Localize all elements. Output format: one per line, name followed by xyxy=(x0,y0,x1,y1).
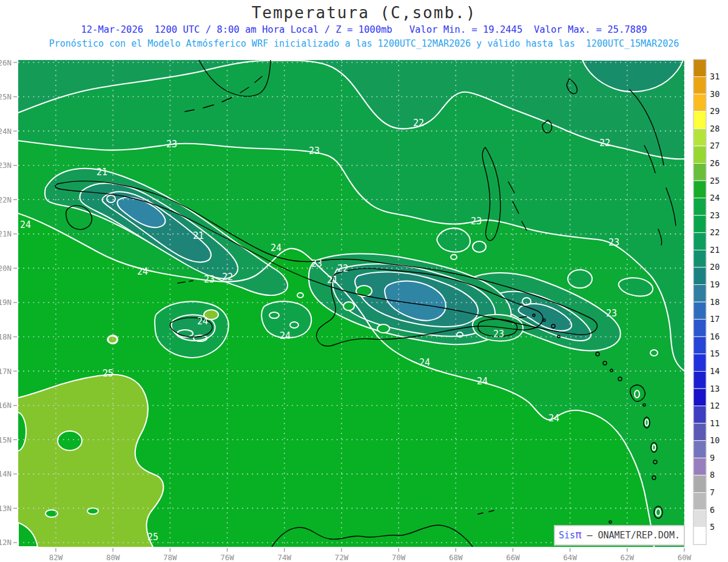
lat-tick-label: 16N xyxy=(0,401,12,410)
colorbar-tick-label: 10 xyxy=(710,435,720,445)
atlantic-pocket xyxy=(437,228,470,252)
colorbar-tick-label: 6 xyxy=(710,505,715,515)
colorbar-tick-label: 9 xyxy=(710,453,715,463)
lon-tick-label: 78W xyxy=(163,553,177,562)
contour-value-label: 23 xyxy=(608,237,619,248)
lat-tick-label: 15N xyxy=(0,435,12,444)
colorbar-tick-label: 5 xyxy=(710,522,715,532)
lon-tick-label: 64W xyxy=(563,553,577,562)
colorbar-segment xyxy=(693,458,706,475)
colorbar-tick-label: 15 xyxy=(710,349,720,358)
colorbar-tick-label: 30 xyxy=(710,89,720,99)
lat-tick-label: 18N xyxy=(0,332,12,341)
page-title: Temperatura (C,somb.) xyxy=(0,4,728,22)
contour-value-label: 21 xyxy=(327,275,338,286)
colorbar-segment xyxy=(693,285,706,303)
colorbar-tick-label: 27 xyxy=(710,141,720,150)
colorbar-segment xyxy=(693,215,706,233)
colorbar-tick-label: 25 xyxy=(710,176,720,186)
contour-value-label: 22 xyxy=(413,118,424,129)
lat-tick-label: 14N xyxy=(0,469,12,478)
map-plot-area: 2525242424242424242423232323232323232222… xyxy=(8,60,684,547)
contour-value-label: 24 xyxy=(419,357,430,368)
lat-tick-label: 19N xyxy=(0,298,12,307)
colorbar-tick-label: 7 xyxy=(710,487,715,497)
colorbar-tick-label: 8 xyxy=(710,470,715,480)
colorbar-segment xyxy=(693,354,706,372)
lon-tick-label: 74W xyxy=(277,553,291,562)
colorbar-segment xyxy=(693,371,706,389)
hispaniola-warm-spot xyxy=(356,286,372,296)
colorbar-segment xyxy=(693,112,706,129)
colorbar-tick-label: 18 xyxy=(710,297,720,307)
lat-tick-label: 26N xyxy=(0,58,12,67)
atlantic-pocket xyxy=(568,270,592,288)
colorbar-segment xyxy=(693,181,706,198)
hispaniola-warm-spot xyxy=(343,302,354,310)
lat-tick-label: 22N xyxy=(0,195,12,204)
colorbar-segment xyxy=(693,527,706,545)
lat-tick-label: 24N xyxy=(0,127,12,136)
colorbar-segment xyxy=(693,267,706,285)
contour-value-label: 24 xyxy=(271,243,281,253)
colorbar-segment xyxy=(693,336,706,354)
colorbar-tick-label: 17 xyxy=(710,314,720,324)
zone25-edge-notch xyxy=(8,412,26,451)
colorbar-segment xyxy=(693,389,706,406)
colorbar-tick-label: 21 xyxy=(710,245,720,255)
contour-value-label: 24 xyxy=(137,266,148,277)
colorbar-tick-label: 31 xyxy=(710,72,720,81)
lat-tick-label: 25N xyxy=(0,92,12,101)
colorbar-tick-label: 26 xyxy=(710,158,720,168)
contour-value-label: 23 xyxy=(311,258,322,269)
pi-logo-icon: π xyxy=(575,529,581,541)
colorbar-segment xyxy=(693,406,706,424)
sis-logo-text: Sis xyxy=(559,530,575,541)
lat-tick-label: 13N xyxy=(0,504,12,513)
contour-value-label: 24 xyxy=(197,316,208,327)
lat-tick-label: 21N xyxy=(0,229,12,238)
colorbar-segment xyxy=(693,319,706,337)
contour-value-label: 23 xyxy=(606,308,617,319)
lat-tick-label: 12N xyxy=(0,538,12,547)
colorbar-segment xyxy=(693,423,706,441)
atlantic-pocket xyxy=(473,241,486,252)
lon-tick-label: 68W xyxy=(449,553,463,562)
contour-value-label: 23 xyxy=(204,274,215,285)
lat-tick-label: 17N xyxy=(0,367,12,376)
colorbar-tick-label: 28 xyxy=(710,124,720,133)
lon-tick-label: 66W xyxy=(506,553,520,562)
contour-value-label: 21 xyxy=(96,167,107,178)
colorbar-segment xyxy=(693,77,706,95)
colorbar-segment xyxy=(693,129,706,146)
colorbar-tick-label: 12 xyxy=(710,401,720,410)
contour-value-label: 21 xyxy=(193,230,204,241)
contour-value-label: 23 xyxy=(471,216,482,227)
lon-tick-label: 80W xyxy=(106,553,120,562)
model-validity-line: Pronóstico con el Modelo Atmósferico WRF… xyxy=(0,38,728,49)
colorbar-tick-label: 20 xyxy=(710,262,720,272)
contour-value-label: 25 xyxy=(103,368,113,379)
map-canvas: 2525242424242424242423232323232323232222… xyxy=(0,0,728,562)
contour-value-label: 23 xyxy=(309,146,320,156)
lon-tick-label: 60W xyxy=(678,553,692,562)
colorbar-segment xyxy=(693,475,706,493)
colorbar-tick-label: 16 xyxy=(710,332,720,341)
lat-tick-label: 20N xyxy=(0,264,12,273)
contour-value-label: 24 xyxy=(20,219,31,230)
colorbar-segment xyxy=(693,250,706,267)
contour-value-label: 22 xyxy=(337,263,348,274)
contour-value-label: 22 xyxy=(222,272,233,283)
zone25-hole xyxy=(87,508,98,514)
lon-tick-label: 70W xyxy=(392,553,406,562)
colorbar-segment xyxy=(693,302,706,319)
colorbar-segment xyxy=(693,59,706,77)
hispaniola-warm-spot xyxy=(377,324,389,333)
contour-value-label: 24 xyxy=(477,376,488,387)
colorbar: 3130292827262524232221201918171615141312… xyxy=(693,59,720,544)
contour-value-label: 24 xyxy=(280,330,291,341)
lon-tick-label: 62W xyxy=(621,553,635,562)
colorbar-tick-label: 22 xyxy=(710,227,720,237)
colorbar-segment xyxy=(693,510,706,527)
colorbar-segment xyxy=(693,233,706,250)
